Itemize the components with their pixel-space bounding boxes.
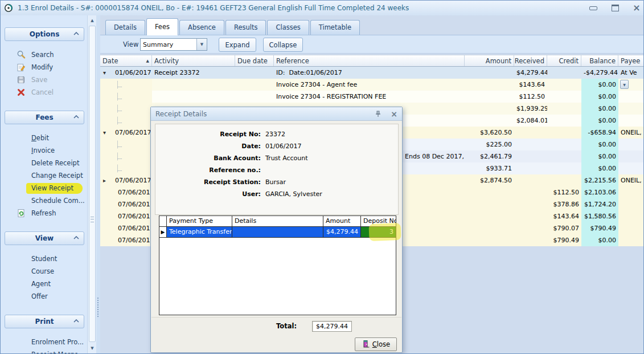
sidebar-item-search[interactable]: Search: [1, 48, 87, 61]
tab-timetable[interactable]: Timetable: [310, 20, 360, 35]
sidebar-group-header-print[interactable]: Print: [5, 315, 84, 328]
column-header-due_date[interactable]: Due date: [235, 55, 274, 66]
collapse-button[interactable]: Collapse: [263, 38, 303, 52]
cell-payee: ONEIL, B: [618, 127, 644, 139]
receipt-fields-panel: Receipt No:23372Date:01/06/2017Bank Acou…: [155, 124, 399, 215]
window-controls: ×: [579, 3, 644, 13]
sidebar-item-cancel[interactable]: Cancel: [1, 86, 87, 99]
close-button[interactable]: Close: [355, 337, 397, 351]
sidebar-item-student[interactable]: Student: [1, 253, 87, 265]
sidebar-item-receipt-merge[interactable]: Receipt Merge: [1, 348, 87, 353]
column-header-received[interactable]: Received: [514, 55, 547, 66]
column-header-credit[interactable]: Credit: [547, 55, 581, 66]
payee-value: ONEIL, B: [621, 129, 644, 136]
tab-results[interactable]: Results: [225, 20, 266, 35]
sidebar-item-modify[interactable]: Modify: [1, 61, 87, 74]
sidebar-item-course[interactable]: Course: [1, 265, 87, 278]
cell-date: 07/06/2017: [100, 186, 152, 198]
cell-amount: $2,874.50: [465, 174, 514, 186]
table-row[interactable]: ▾01/06/2017Receipt 23372ID: Date:01/06/2…: [100, 67, 643, 79]
cell-value: $2,215.56: [584, 177, 616, 184]
sidebar-item-debit[interactable]: Debit: [1, 132, 87, 144]
tab-details[interactable]: Details: [105, 20, 145, 35]
column-label: Amount: [486, 57, 511, 65]
sidebar-item-label: Search: [31, 51, 54, 59]
sidebar-item-delete-receipt[interactable]: Delete Receipt: [1, 157, 87, 169]
sidebar-item-enrolment-pro[interactable]: Enrolment Pro...: [1, 336, 87, 348]
view-select[interactable]: Summary ▼: [140, 38, 207, 51]
cell-received: $112.50: [514, 91, 547, 103]
sidebar-item-change-receipt[interactable]: Change Receipt: [1, 169, 87, 182]
sidebar-group-header-view[interactable]: View: [5, 231, 84, 245]
sidebar-item-agent[interactable]: Agent: [1, 278, 87, 290]
sidebar-splitter[interactable]: [96, 15, 100, 353]
expander-right-icon[interactable]: ▸: [103, 177, 106, 184]
sidebar-group-header-fees[interactable]: Fees: [5, 111, 84, 124]
cell-due_date: [235, 91, 274, 103]
cell-payee: [618, 91, 644, 103]
minimize-icon[interactable]: [586, 3, 601, 13]
chevron-up-icon: [73, 32, 79, 35]
dialog-footer: Total: $4,279.44 Close: [151, 317, 401, 352]
scroll-up-icon[interactable]: ▲: [88, 17, 97, 25]
scrollbar-thumb[interactable]: [89, 26, 96, 342]
expander-down-icon[interactable]: ▾: [103, 129, 106, 136]
table-row[interactable]: Invoice 27304 - Agent fee$143.64$0.00: [100, 79, 643, 91]
row-selector-icon: ▶: [159, 227, 167, 238]
chevron-down-icon[interactable]: ▼: [196, 39, 207, 50]
sidebar-item-label: Enrolment Pro...: [31, 338, 84, 346]
cell-received: [514, 162, 547, 174]
date-value: 07/06/2017: [115, 129, 151, 136]
cell-credit: $378.86: [547, 198, 581, 210]
sidebar-item-invoice[interactable]: Invoice: [1, 144, 87, 157]
sidebar-item-offer[interactable]: Offer: [1, 290, 87, 303]
sidebar-group-header-options[interactable]: Options: [5, 27, 84, 41]
tab-classes[interactable]: Classes: [267, 20, 309, 35]
restore-icon[interactable]: [608, 3, 622, 13]
scroll-down-icon[interactable]: ▼: [88, 344, 97, 352]
cell-value: $0.00: [598, 105, 617, 112]
table-row[interactable]: Invoice 27304 - REGISTRATION FEE$112.50$…: [100, 91, 643, 103]
close-icon[interactable]: ×: [629, 3, 644, 13]
column-header-balance[interactable]: Balance: [581, 55, 618, 66]
payee-dropdown-button[interactable]: ▼: [620, 80, 629, 89]
cell-date: [100, 150, 152, 162]
sidebar-item-save[interactable]: Save: [1, 74, 87, 86]
sidebar-item-schedule-com[interactable]: Schedule Com...: [1, 194, 87, 207]
column-header-amount[interactable]: Amount: [465, 55, 514, 66]
column-header-date[interactable]: Date▲: [100, 55, 152, 66]
payment-row[interactable]: ▶Telegraphic Transfer$4,279.443: [159, 227, 396, 238]
dialog-field: User:GARCIA, Sylvester: [155, 188, 398, 200]
cell-date: [100, 91, 152, 103]
sidebar-item-label: Save: [31, 76, 47, 84]
expand-button[interactable]: Expand: [219, 38, 256, 52]
cell-balance: $0.00: [581, 91, 618, 103]
dialog-close-icon[interactable]: ×: [391, 111, 397, 117]
cell-balance: $0.00: [581, 162, 618, 174]
cell-value: -$658.94: [588, 129, 616, 136]
column-label: Balance: [589, 57, 616, 65]
sidebar-item-view-receipt[interactable]: View Receipt: [1, 182, 87, 194]
column-header-reference[interactable]: Reference: [274, 55, 465, 66]
total-label: Total:: [251, 322, 297, 330]
cell-value: $3,620.50: [480, 129, 512, 136]
sidebar-item-refresh[interactable]: Refresh: [1, 207, 87, 219]
sidebar-scrollbar[interactable]: ▲ ▼: [87, 15, 97, 353]
column-header-payee[interactable]: Payee: [618, 55, 644, 66]
column-header-activity[interactable]: Activity: [152, 55, 235, 66]
cell-amount: [465, 234, 514, 246]
sidebar-group-title: Fees: [35, 113, 53, 121]
sidebar-item-label: Student: [31, 255, 57, 263]
view-label: View: [123, 40, 138, 48]
tab-absence[interactable]: Absence: [179, 20, 224, 35]
cell-received: $4,279.44: [514, 67, 547, 79]
pin-icon[interactable]: [375, 111, 382, 117]
cell-amount: [465, 198, 514, 210]
cell-value: Invoice 27304 - Agent fee: [276, 81, 357, 88]
cell-date: [100, 103, 152, 115]
expander-down-icon[interactable]: ▾: [103, 70, 106, 76]
tab-fees[interactable]: Fees: [146, 18, 178, 35]
cell-balance: $1,580.56: [581, 210, 618, 222]
cell-value: Receipt 23372: [154, 69, 200, 76]
cell-activity: Receipt 23372: [152, 67, 235, 79]
